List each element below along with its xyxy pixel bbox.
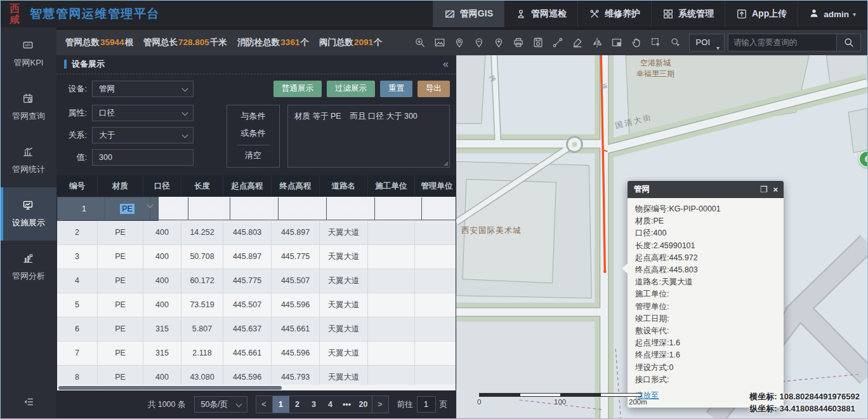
table-row[interactable]: 4PE40060.172445.775445.507天翼大道 [57,269,456,293]
table-cell: 445.775 [223,269,272,293]
table-cell: 400 [143,245,181,269]
panel-collapse-button[interactable]: « [443,58,449,70]
horizontal-scrollbar[interactable] [57,385,456,391]
popup-field-value: 445.972 [669,253,697,262]
condition-textarea[interactable]: 材质 等于 PE 而且 口径 大于 300 [287,105,450,168]
nav-item-App上传[interactable]: App上传 [725,1,798,27]
more-pages-button[interactable]: ••• [339,396,355,413]
page-button-4[interactable]: 4 [322,396,339,413]
save-map-icon[interactable] [532,37,544,48]
clear-condition-button[interactable]: 清空 [237,145,270,161]
search-input[interactable] [728,34,837,51]
sidebar-item-管网查询[interactable]: 管网查询 [1,81,56,134]
table-row[interactable]: 8PE40043.080445.596445.793天翼大道 [57,366,456,385]
stat-value: 3361 [280,37,299,47]
prev-page-button[interactable]: < [256,396,273,413]
map-canvas[interactable]: 空港新城 幸福里三期 国清大街 西安国际美术城 跨 道 6 管网 ❐ [456,55,867,418]
table-cell: 2.118 [181,342,223,366]
page-button-3[interactable]: 3 [306,396,322,413]
nav-item-管网GIS[interactable]: 管网GIS [433,1,504,27]
table-row[interactable]: 1PE4002.460445.972445.803天翼大道 [57,197,159,221]
pipe-info-popup: 管网 ❐ × 物探编号:KG-PIP-00001材质:PE口径:400长度:2.… [628,181,784,408]
device-select[interactable]: 管网 [92,81,194,97]
user-menu[interactable]: admin ▾ [798,1,867,27]
popup-titlebar[interactable]: 管网 ❐ × [628,181,784,198]
nav-item-label: 系统管理 [678,8,714,20]
sidebar-collapse-button[interactable] [1,390,56,413]
nav-item-维修养护[interactable]: 维修养护 [577,1,651,27]
poi-select-value: POI [696,37,710,47]
page-button-2[interactable]: 2 [289,396,306,413]
popup-field-value: 445.803 [669,265,697,274]
maximize-icon[interactable]: ❐ [760,185,768,194]
locate-pin-icon[interactable] [454,37,465,48]
stat-unit: 根 [125,37,134,48]
table-row[interactable]: 7PE3152.118445.661445.596天翼大道 [57,342,456,366]
goto-page-input[interactable] [417,396,436,413]
stat-label: 管网总长 [143,37,178,48]
table-row[interactable]: 3PE40050.708445.897445.775天翼大道 [57,245,456,269]
sidebar-item-管网统计[interactable]: 管网统计 [1,134,56,187]
normal-display-button[interactable]: 普通展示 [273,81,322,97]
table-cell [415,269,456,293]
sidebar-item-设施展示[interactable]: 设施展示 [1,187,56,241]
nav-item-系统管理[interactable]: 系统管理 [651,1,725,27]
pin-add-icon[interactable] [493,37,504,48]
stat-value: 2091 [354,37,373,47]
table-cell: 445.803 [279,197,327,220]
select-box-icon[interactable] [650,37,662,48]
overview-icon[interactable] [611,37,622,48]
filter-display-button[interactable]: 过滤展示 [327,81,375,97]
page-button-20[interactable]: 20 [355,396,372,413]
table-row[interactable]: 6PE3155.807445.637445.661天翼大道 [57,317,456,342]
table-cell: 50.708 [181,245,223,269]
measure-icon[interactable] [552,37,563,48]
table-row[interactable]: 5PE40073.519445.507445.596天翼大道 [57,293,456,317]
place-label: 空港新城 幸福里三期 [620,58,691,79]
attr-select[interactable]: 口径 [92,105,194,121]
close-icon[interactable]: × [773,185,778,194]
user-name: admin [824,10,849,19]
export-button[interactable]: 导出 [418,81,450,97]
value-input[interactable] [92,149,194,166]
nav-item-管网巡检[interactable]: 管网巡检 [504,1,577,27]
pan-icon[interactable] [631,37,642,48]
next-page-button[interactable]: > [372,396,388,413]
reset-button[interactable]: 重置 [380,81,412,97]
table-cell: 73.519 [181,293,223,317]
zoom-in-icon[interactable] [414,37,426,48]
scrollbar-thumb[interactable] [58,386,282,390]
table-cell: 400 [150,197,188,220]
relation-select[interactable]: 大于 [92,127,194,143]
popup-field-value: 0 [669,363,673,372]
popup-title: 管网 [634,184,650,195]
sidebar-item-管网分析[interactable]: 管网分析 [1,241,56,294]
table-cell: 天翼大道 [327,197,375,220]
sidebar-item-管网KPI[interactable]: kPI管网KPI [1,27,56,81]
popup-tail [622,263,628,274]
stats-icon [22,146,35,159]
table-cell [368,245,415,269]
popup-field-label: 口径 [635,229,651,237]
or-condition-button[interactable]: 或条件 [241,128,266,139]
popup-field-道路名: 道路名:天翼大道 [635,276,776,288]
table-row[interactable]: 2PE40014.252445.803445.897天翼大道 [57,221,456,245]
condition-buttons: 与条件 或条件 清空 [227,105,280,168]
print-icon[interactable] [513,37,524,48]
page-button-1[interactable]: 1 [273,396,289,413]
page-size-select[interactable]: 50条/页 [194,396,247,413]
search-button[interactable] [837,34,861,51]
clear-layer-icon[interactable] [572,37,583,48]
poi-select[interactable]: POI ▾ [689,34,725,51]
identify-icon[interactable] [670,37,681,48]
scale-tick: 0 [477,398,481,406]
and-condition-button[interactable]: 与条件 [241,110,266,122]
stat-unit: 个 [300,37,309,48]
panel-header: 设备展示 « [56,55,456,74]
pin-remove-icon[interactable] [473,37,485,48]
map-extent-icon[interactable] [434,37,445,48]
mirror-icon[interactable] [591,37,603,48]
maintenance-icon [589,8,600,20]
goto-label: 前往 [397,399,413,410]
stat-label: 阀门总数 [319,37,353,48]
